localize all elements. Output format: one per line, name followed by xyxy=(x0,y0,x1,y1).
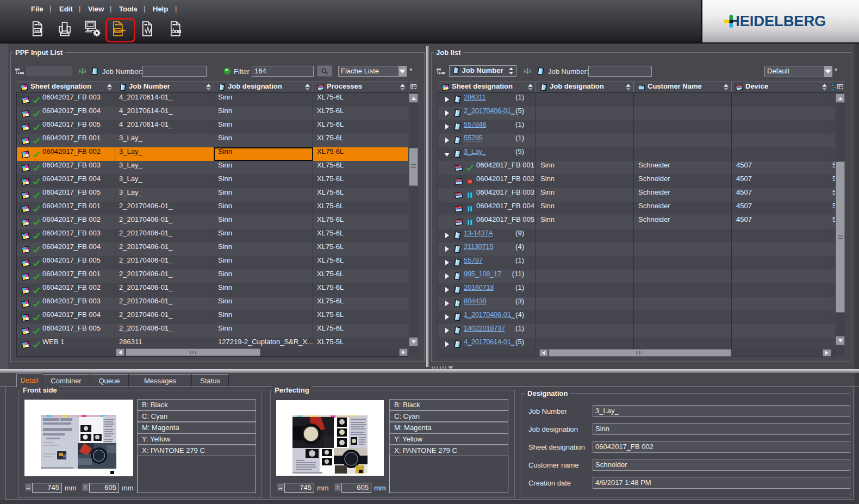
svg-text:HEIDELBERG: HEIDELBERG xyxy=(729,13,826,29)
svg-text:ABC: ABC xyxy=(35,29,42,33)
